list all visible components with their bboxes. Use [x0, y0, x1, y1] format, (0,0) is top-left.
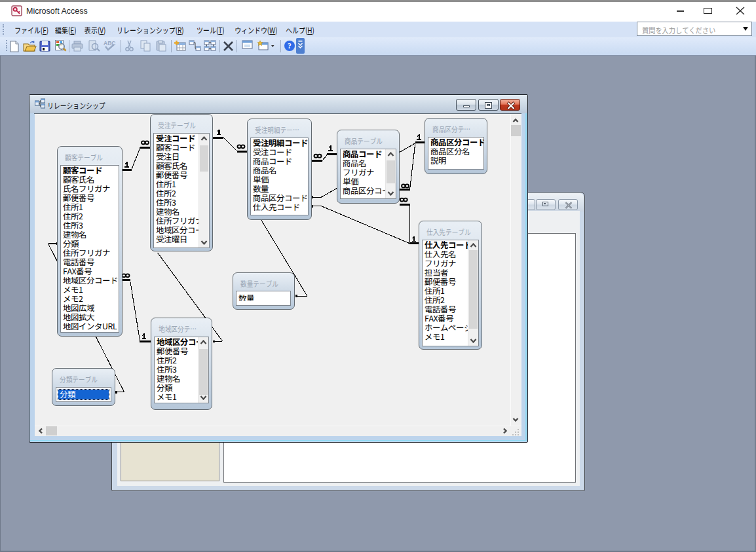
- svg-text:?: ?: [288, 42, 292, 50]
